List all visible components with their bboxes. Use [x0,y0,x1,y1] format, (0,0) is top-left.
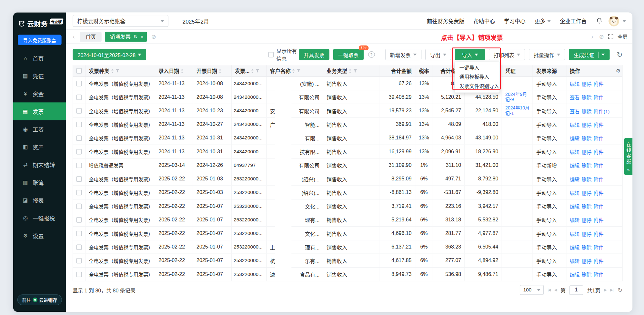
sidebar-item-home[interactable]: ⌂首页 [13,49,66,67]
action-link-删除[interactable]: 删除 [582,243,592,250]
action-link-编辑[interactable]: 编辑 [570,203,580,210]
sidebar-item-closing[interactable]: ⇄期末结转 [13,156,66,173]
action-link-查看[interactable]: 查看 [570,107,580,114]
row-checkbox[interactable] [73,186,85,199]
action-link-编辑[interactable]: 编辑 [570,80,580,87]
column-header-gear[interactable]: ⚙ [614,65,622,76]
row-checkbox[interactable] [73,118,85,131]
column-header-entry-date[interactable]: 录入日期 [155,65,193,76]
filter-icon[interactable] [255,68,260,73]
action-link-删除[interactable]: 删除 [582,162,592,169]
help-icon[interactable]: ? [368,51,375,58]
action-link-附件[interactable]: 附件 [594,216,604,223]
row-checkbox[interactable] [73,90,85,104]
show-all-info-checkbox[interactable]: 显示所有信息 [268,47,299,63]
action-link-删除[interactable]: 删除 [582,80,592,87]
generate-voucher-button[interactable]: 生成凭证 [569,49,610,60]
sort-icon[interactable] [348,68,352,73]
action-link-删除[interactable]: 删除 [582,230,592,237]
sidebar-item-funds[interactable]: ¥资金 [13,85,66,102]
sort-icon[interactable] [251,68,254,73]
export-button[interactable]: 导出 [425,49,451,60]
filter-icon[interactable] [297,68,301,73]
sidebar-item-settings[interactable]: ⚙设置 [13,227,66,244]
goto-cloud-inventory-button[interactable]: 前往 云进销存 [17,294,62,305]
action-link-附件[interactable]: 附件 [594,94,604,101]
refresh-icon[interactable]: ↻ [617,50,622,59]
action-link-查看[interactable]: 查看 [570,94,580,101]
fullscreen-icon[interactable] [608,34,614,39]
action-link-附件[interactable]: 附件 [594,243,604,250]
sort-icon[interactable] [218,68,222,73]
action-link-编辑[interactable]: 编辑 [570,134,580,141]
sidebar-item-salary[interactable]: ◉工资 [13,120,66,138]
row-checkbox[interactable] [73,158,85,172]
action-link-附件[interactable]: 附件 [594,162,604,169]
fullscreen-label[interactable]: 全屏 [618,33,628,40]
row-checkbox[interactable] [73,145,85,158]
action-link-编辑[interactable]: 编辑 [570,257,580,264]
action-link-删除[interactable]: 删除 [582,189,592,196]
topbar-link-free-version[interactable]: 前往财务免费版 [427,17,464,25]
topbar-link-more[interactable]: 更多 [535,17,551,25]
sidebar-item-ledger[interactable]: ▥账簿 [13,173,66,191]
row-checkbox[interactable] [73,254,85,267]
action-link-附件[interactable]: 附件 [594,203,604,210]
tab-close-icon[interactable]: × [141,34,144,39]
row-checkbox[interactable] [73,77,85,90]
page-size-select[interactable]: 100 [520,285,544,295]
import-menu-item-3[interactable]: 发票文件识别导入 [455,82,499,91]
chevron-left-icon[interactable]: ‹ [71,33,76,40]
column-header-business-type[interactable]: 业务类型 [323,65,379,76]
select-all-checkbox[interactable] [76,68,82,74]
action-link-附件[interactable]: 附件 [594,230,604,237]
notification-bell-icon[interactable] [596,17,603,25]
topbar-link-learning-center[interactable]: 学习中心 [504,17,526,25]
action-link-附件[interactable]: 附件 [594,148,604,155]
user-avatar[interactable] [609,15,619,26]
sidebar-item-reports[interactable]: ◪报表 [13,191,66,209]
print-list-button[interactable]: 打印列表 [489,49,525,60]
issue-invoice-button[interactable]: 开具发票 [299,49,329,60]
last-page-button[interactable]: ▶| [610,288,613,292]
sort-icon[interactable] [292,68,295,73]
sidebar-item-assets[interactable]: ◧资产 [13,138,66,156]
action-link-删除[interactable]: 删除 [582,216,592,223]
column-settings-gear-icon[interactable]: ⚙ [616,68,621,74]
action-link-删除[interactable]: 删除 [582,203,592,210]
sort-icon[interactable] [180,68,184,73]
action-link-编辑[interactable]: 编辑 [570,148,580,155]
import-menu-item-2[interactable]: 通用模板导入 [455,73,499,82]
action-link-编辑[interactable]: 编辑 [570,121,580,128]
next-page-button[interactable]: ▶ [604,288,607,292]
column-header-invoice-date[interactable]: 开票日期 [193,65,232,76]
column-header-invoice-no[interactable]: 发票... [232,65,267,76]
topbar-link-workspace[interactable]: 企业工作台 [560,17,587,25]
action-link-删除[interactable]: 删除 [582,148,592,155]
chevron-down-icon[interactable] [622,20,626,24]
chevron-right-icon[interactable]: › [589,33,595,40]
filter-icon[interactable] [353,68,357,73]
action-link-附件[interactable]: 附件 [594,121,604,128]
action-link-编辑[interactable]: 编辑 [570,230,580,237]
topbar-link-help-center[interactable]: 帮助中心 [473,17,495,25]
account-select[interactable]: 柠檬云财务示范账套 [73,15,168,27]
action-link-附件[interactable]: 附件 [594,175,604,182]
action-link-删除[interactable]: 删除 [582,175,592,182]
sidebar-item-voucher[interactable]: ▤凭证 [13,67,66,85]
action-link-附件[interactable]: 附件 [594,189,604,196]
action-link-编辑[interactable]: 编辑 [570,216,580,223]
column-header-checkbox[interactable] [73,65,85,76]
import-menu-item-1[interactable]: 一键导入 [455,64,499,73]
action-link-附件[interactable]: 附件 [594,80,604,87]
action-link-删除[interactable]: 删除 [582,134,592,141]
pin-tab-icon[interactable]: ⊘ [151,33,156,40]
row-checkbox[interactable] [73,172,85,186]
tab-home[interactable]: 首页 [80,32,102,42]
sort-icon[interactable] [111,68,114,73]
page-number-input[interactable] [569,285,584,294]
sidebar-item-tax[interactable]: ◎一键报税 [13,209,66,227]
voucher-link[interactable]: 2024年10月记-1 [505,105,529,116]
add-invoice-button[interactable]: 新增发票 [385,49,421,60]
online-service-tab[interactable]: 在线客服 « [624,138,633,175]
